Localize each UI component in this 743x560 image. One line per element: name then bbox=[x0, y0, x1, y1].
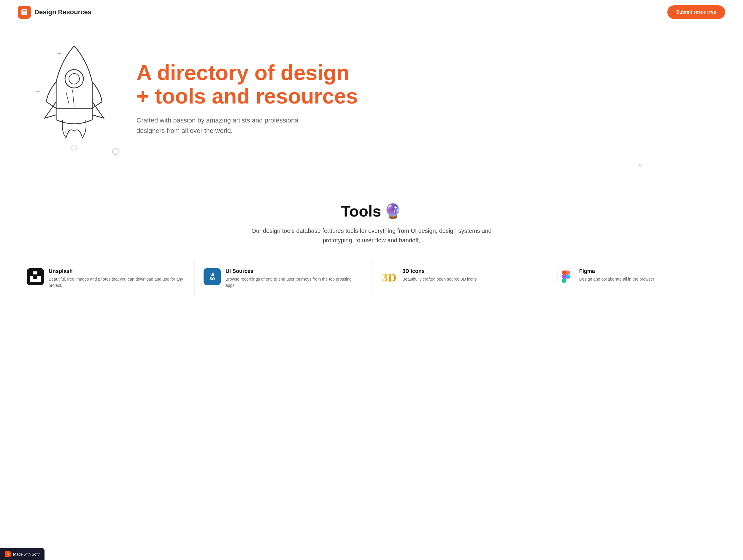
hero-subtitle: Crafted with passion by amazing artists … bbox=[136, 115, 309, 136]
hero-title: A directory of design + tools and resour… bbox=[136, 61, 725, 108]
unsplash-icon bbox=[27, 268, 44, 285]
brand-logo-icon bbox=[20, 8, 28, 16]
hero-illustration: + + bbox=[18, 36, 131, 161]
svg-line-2 bbox=[66, 92, 69, 105]
nav-brand-link[interactable]: Design Resources bbox=[18, 6, 91, 19]
unsplash-logo bbox=[30, 271, 41, 282]
tools-emoji: 🔮 bbox=[384, 203, 402, 220]
tool-card-figma[interactable]: Figma Design and collaborate all in the … bbox=[548, 260, 725, 297]
rocket-illustration bbox=[18, 36, 131, 161]
unsplash-desc: Beautiful, free images and photos that y… bbox=[49, 276, 185, 289]
3d-icons-name: 3D icons bbox=[402, 268, 539, 274]
tool-card-unsplash[interactable]: Unsplash Beautiful, free images and phot… bbox=[18, 260, 195, 297]
ui-sources-icon: UI SO bbox=[204, 268, 221, 285]
3d-icons-desc: Beautifully crafted open source 3D icons bbox=[402, 276, 539, 282]
svg-point-0 bbox=[65, 70, 83, 88]
ui-sources-icon-top: UI bbox=[210, 273, 214, 277]
ui-sources-icon-bottom: SO bbox=[210, 277, 215, 281]
tools-heading-text: Tools bbox=[341, 202, 381, 220]
hero-section: + + bbox=[0, 24, 743, 185]
svg-line-3 bbox=[73, 90, 74, 106]
tool-card-3d-icons[interactable]: 3D 3D icons Beautifully crafted open sou… bbox=[372, 260, 548, 297]
hero-title-line2: + tools and resources bbox=[136, 84, 358, 108]
navbar: Design Resources Submit resources bbox=[0, 0, 743, 24]
deco-dot-3 bbox=[639, 164, 642, 167]
hero-content: A directory of design + tools and resour… bbox=[131, 61, 725, 136]
brand-logo bbox=[18, 6, 31, 19]
figma-desc: Design and collaborate all in the browse… bbox=[579, 276, 716, 282]
figma-info: Figma Design and collaborate all in the … bbox=[579, 268, 716, 282]
3d-icons-icon: 3D bbox=[381, 268, 398, 285]
3d-icons-logo: 3D bbox=[381, 269, 397, 285]
figma-name: Figma bbox=[579, 268, 716, 274]
3d-icons-info: 3D icons Beautifully crafted open source… bbox=[402, 268, 539, 282]
nav-title: Design Resources bbox=[34, 8, 91, 16]
unsplash-info: Unsplash Beautiful, free images and phot… bbox=[49, 268, 185, 289]
ui-sources-desc: Browse recordings of end to end user jou… bbox=[225, 276, 362, 289]
svg-point-4 bbox=[72, 145, 77, 150]
tools-grid: Unsplash Beautiful, free images and phot… bbox=[18, 260, 725, 297]
tool-card-ui-sources[interactable]: UI SO UI Sources Browse recordings of en… bbox=[195, 260, 372, 297]
unsplash-name: Unsplash bbox=[49, 268, 185, 274]
figma-logo bbox=[562, 271, 570, 283]
ui-sources-info: UI Sources Browse recordings of end to e… bbox=[225, 268, 362, 289]
figma-icon bbox=[557, 268, 574, 285]
svg-point-6 bbox=[566, 275, 570, 279]
ui-sources-name: UI Sources bbox=[225, 268, 362, 274]
hero-title-line1: A directory of design bbox=[136, 61, 349, 85]
submit-resources-button[interactable]: Submit resources bbox=[667, 5, 725, 19]
tools-heading: Tools 🔮 bbox=[18, 202, 725, 220]
tools-description: Our design tools database features tools… bbox=[238, 226, 505, 245]
svg-point-1 bbox=[69, 74, 79, 84]
tools-section: Tools 🔮 Our design tools database featur… bbox=[0, 185, 743, 309]
svg-text:3D: 3D bbox=[382, 271, 396, 284]
